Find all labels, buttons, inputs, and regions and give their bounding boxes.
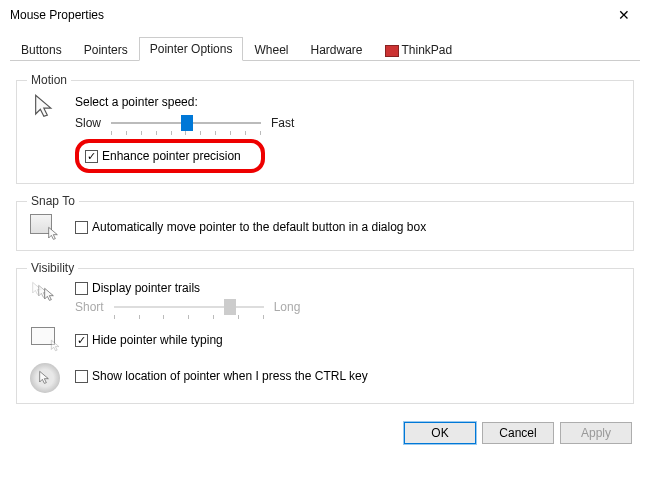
hide-typing-icon [31, 327, 59, 351]
hide-typing-label: Hide pointer while typing [92, 333, 223, 347]
pointer-speed-icon [31, 93, 59, 124]
group-visibility: Visibility Display pointer trails Short [16, 261, 634, 404]
ctrl-locate-label: Show location of pointer when I press th… [92, 369, 368, 383]
pointer-trails-icon [30, 281, 60, 307]
legend-motion: Motion [27, 73, 71, 87]
checkbox-icon [75, 370, 88, 383]
hide-typing-checkbox[interactable]: Hide pointer while typing [75, 333, 623, 347]
ctrl-locate-icon [30, 363, 60, 393]
checkbox-icon [75, 282, 88, 295]
ok-button[interactable]: OK [404, 422, 476, 444]
cancel-button[interactable]: Cancel [482, 422, 554, 444]
tab-buttons[interactable]: Buttons [10, 38, 73, 61]
checkbox-icon [75, 334, 88, 347]
close-button[interactable]: ✕ [608, 6, 640, 24]
checkbox-icon [85, 150, 98, 163]
pointer-speed-label: Select a pointer speed: [75, 95, 623, 109]
tab-hardware[interactable]: Hardware [299, 38, 373, 61]
enhance-precision-checkbox[interactable]: Enhance pointer precision [85, 149, 241, 163]
trails-long-label: Long [274, 300, 301, 314]
checkbox-icon [75, 221, 88, 234]
pointer-trails-label: Display pointer trails [92, 281, 200, 295]
speed-slow-label: Slow [75, 116, 101, 130]
enhance-precision-highlight: Enhance pointer precision [75, 139, 265, 173]
speed-fast-label: Fast [271, 116, 294, 130]
trails-short-label: Short [75, 300, 104, 314]
tab-thinkpad[interactable]: ThinkPad [374, 38, 464, 61]
thinkpad-icon [385, 45, 399, 57]
pointer-speed-slider[interactable] [111, 115, 261, 131]
window-title: Mouse Properties [10, 8, 104, 22]
trail-length-slider [114, 299, 264, 315]
enhance-precision-label: Enhance pointer precision [102, 149, 241, 163]
pointer-trails-checkbox[interactable]: Display pointer trails [75, 281, 623, 295]
group-snap-to: Snap To Automatically move pointer to th… [16, 194, 634, 251]
legend-visibility: Visibility [27, 261, 78, 275]
legend-snap-to: Snap To [27, 194, 79, 208]
group-motion: Motion Select a pointer speed: Slow Fast [16, 73, 634, 184]
snap-to-label: Automatically move pointer to the defaul… [92, 220, 426, 234]
tab-pointers[interactable]: Pointers [73, 38, 139, 61]
tab-pointer-options[interactable]: Pointer Options [139, 37, 244, 61]
tab-thinkpad-label: ThinkPad [402, 43, 453, 57]
snap-to-icon [30, 214, 60, 240]
snap-to-checkbox[interactable]: Automatically move pointer to the defaul… [75, 220, 623, 234]
ctrl-locate-checkbox[interactable]: Show location of pointer when I press th… [75, 369, 623, 383]
apply-button[interactable]: Apply [560, 422, 632, 444]
tab-wheel[interactable]: Wheel [243, 38, 299, 61]
tab-strip: Buttons Pointers Pointer Options Wheel H… [10, 36, 640, 61]
